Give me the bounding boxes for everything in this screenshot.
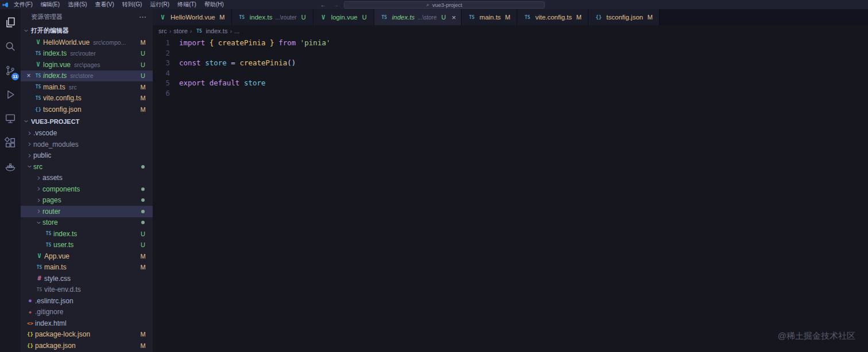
- menu-item-0[interactable]: 文件(F): [10, 1, 36, 9]
- tree-folder-public[interactable]: public: [21, 150, 153, 162]
- back-arrow-icon[interactable]: ←: [319, 2, 328, 8]
- tab-tsconfig.json[interactable]: {}tsconfig.jsonM: [588, 9, 660, 25]
- folder-name: components: [42, 185, 80, 193]
- git-status-badge: M: [139, 39, 147, 46]
- extensions-activity-button[interactable]: [0, 132, 21, 156]
- close-tab-icon[interactable]: ×: [452, 13, 456, 22]
- breadcrumb-item[interactable]: src: [158, 28, 167, 34]
- folder-name: store: [42, 218, 58, 226]
- tree-file-index.html[interactable]: <>index.html: [21, 318, 153, 329]
- ts-file-icon: TS: [467, 15, 476, 20]
- editor-content[interactable]: 1import { createPinia } from 'pinia'23co…: [153, 37, 868, 352]
- chevron-right-icon: [34, 208, 42, 216]
- search-icon: [4, 40, 17, 55]
- tab-label: index.ts: [250, 14, 273, 21]
- tree-file-.gitignore[interactable]: ◆.gitignore: [21, 307, 153, 318]
- file-name: style.css: [44, 275, 71, 283]
- open-editor-item[interactable]: TSindex.tssrc\routerU: [21, 48, 153, 60]
- tree-folder-nodemodules[interactable]: node_modules: [21, 139, 153, 150]
- sidebar-header: 资源管理器 ⋯: [21, 9, 153, 24]
- menu-item-2[interactable]: 选择(S): [64, 1, 90, 9]
- tree-file-user.ts[interactable]: TSuser.tsU: [21, 240, 153, 251]
- folder-name: pages: [42, 196, 61, 204]
- open-editor-item[interactable]: Vlogin.vuesrc\pagesU: [21, 59, 153, 71]
- open-editor-item[interactable]: {}tsconfig.jsonM: [21, 104, 153, 115]
- tab-main.ts[interactable]: TSmain.tsM: [462, 9, 517, 25]
- git-status-badge: M: [139, 95, 147, 101]
- code-line: 2: [153, 48, 868, 58]
- files-activity-button[interactable]: [0, 11, 21, 36]
- tree-folder-store[interactable]: store: [21, 217, 153, 229]
- tree-folder-router[interactable]: router: [21, 206, 153, 217]
- git-status-badge: U: [361, 14, 369, 21]
- file-name: package.json: [35, 342, 76, 350]
- vue-file-icon: V: [319, 14, 328, 21]
- menu-item-1[interactable]: 编辑(E): [37, 1, 63, 9]
- open-editor-item[interactable]: VHelloWorld.vuesrc\compo...M: [21, 37, 153, 48]
- title-bar-center: ← → ⌕ vue3-project: [319, 1, 545, 9]
- open-editor-item[interactable]: ×TSindex.tssrc\storeU: [21, 71, 153, 82]
- menu-item-4[interactable]: 转到(G): [119, 1, 145, 9]
- folder-name: public: [33, 151, 51, 159]
- code-token: [205, 38, 210, 47]
- tab-label: vite.config.ts: [535, 14, 572, 21]
- tree-file-vite-env.d.ts[interactable]: TSvite-env.d.ts: [21, 284, 153, 296]
- tab-index.ts[interactable]: TSindex.ts...\routerU: [232, 9, 313, 25]
- breadcrumb-item[interactable]: TSindex.ts: [194, 28, 227, 34]
- code-token: }: [266, 38, 274, 47]
- forward-arrow-icon[interactable]: →: [331, 2, 340, 8]
- tab-HelloWorld.vue[interactable]: VHelloWorld.vueM: [153, 9, 232, 25]
- remote-explorer-activity-button[interactable]: [0, 108, 21, 132]
- git-status-badge: M: [139, 106, 147, 113]
- menu-item-7[interactable]: 帮助(H): [201, 1, 227, 9]
- json-file-icon: {}: [25, 331, 35, 337]
- code-token: [239, 79, 244, 87]
- menu-item-5[interactable]: 运行(R): [146, 1, 173, 9]
- tree-folder-pages[interactable]: pages: [21, 195, 153, 206]
- vue-file-icon: V: [158, 14, 168, 21]
- command-center-search[interactable]: ⌕ vue3-project: [344, 1, 545, 9]
- tree-file-style.css[interactable]: #style.css: [21, 273, 153, 284]
- tab-login.vue[interactable]: Vlogin.vueU: [313, 9, 374, 25]
- title-bar: 文件(F)编辑(E)选择(S)查看(V)转到(G)运行(R)终端(T)帮助(H)…: [0, 0, 868, 9]
- tree-file-App.vue[interactable]: VApp.vueM: [21, 251, 153, 262]
- git-status-badge: M: [139, 331, 147, 338]
- tree-file-package.json[interactable]: {}package.jsonM: [21, 340, 153, 351]
- tree-folder-src[interactable]: src: [21, 161, 153, 173]
- file-name: index.ts: [43, 49, 67, 57]
- tree-folder-.vscode[interactable]: .vscode: [21, 128, 153, 139]
- breadcrumb-item[interactable]: store: [173, 28, 187, 34]
- code-token: =: [231, 58, 235, 67]
- search-activity-button[interactable]: [0, 36, 21, 60]
- open-editor-item[interactable]: TSvite.config.tsM: [21, 93, 153, 104]
- sidebar-title: 资源管理器: [31, 13, 63, 21]
- ts-file-icon: TS: [379, 15, 389, 20]
- breadcrumb-item[interactable]: ...: [234, 28, 239, 34]
- git-status-badge: M: [575, 14, 583, 21]
- menu-item-3[interactable]: 查看(V): [91, 1, 117, 9]
- close-icon[interactable]: ×: [24, 72, 33, 80]
- tree-file-index.ts[interactable]: TSindex.tsU: [21, 228, 153, 240]
- run-debug-activity-button[interactable]: [0, 84, 21, 108]
- tree-folder-components[interactable]: components: [21, 183, 153, 195]
- source-control-activity-button[interactable]: 11: [0, 60, 21, 84]
- ts-file-icon: TS: [44, 243, 53, 248]
- eslint-file-icon: ●: [25, 298, 35, 303]
- tree-file-.eslintrc.json[interactable]: ●.eslintrc.json: [21, 295, 153, 307]
- modified-dot: [141, 221, 145, 224]
- tree-file-package-lock.json[interactable]: {}package-lock.jsonM: [21, 329, 153, 341]
- tree-folder-assets[interactable]: assets: [21, 173, 153, 184]
- project-section-header[interactable]: VUE3-PROJECT: [21, 115, 153, 128]
- tab-index.ts[interactable]: TSindex.ts...\storeU×: [374, 9, 462, 25]
- menu-item-6[interactable]: 终端(T): [174, 1, 200, 9]
- docker-activity-button[interactable]: [0, 156, 21, 180]
- file-name: main.ts: [43, 83, 65, 91]
- open-editor-item[interactable]: TSmain.tssrcM: [21, 81, 153, 93]
- open-editors-section-header[interactable]: 打开的编辑器: [21, 24, 153, 37]
- tab-vite.config.ts[interactable]: TSvite.config.tsM: [517, 9, 588, 25]
- tab-description: ...\router: [275, 14, 296, 21]
- more-actions-icon[interactable]: ⋯: [139, 13, 147, 21]
- tree-file-main.ts[interactable]: TSmain.tsM: [21, 262, 153, 273]
- file-path: src\store: [70, 72, 93, 79]
- git-status-badge: M: [139, 84, 147, 91]
